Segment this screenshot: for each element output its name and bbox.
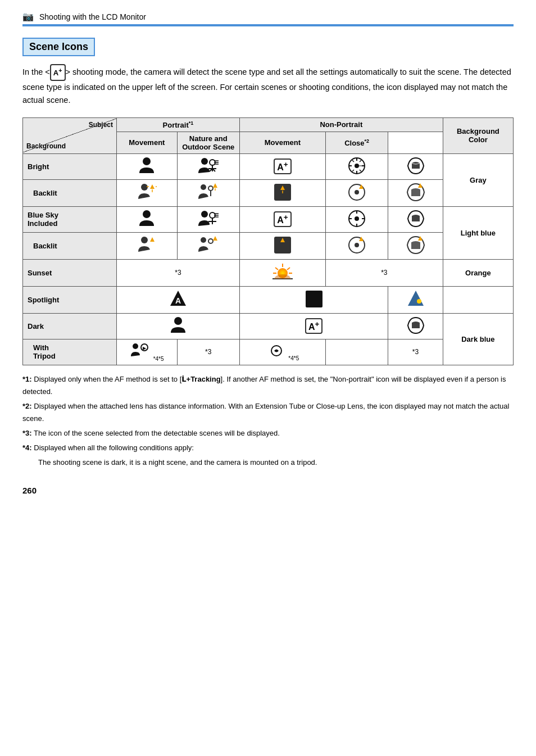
- dark-np: A+: [239, 313, 388, 339]
- bluesky-portrait-icon: [137, 209, 156, 228]
- backlit-portrait-move-icon: [197, 182, 220, 202]
- backlit-portrait-icon: [137, 182, 157, 202]
- svg-marker-29: [213, 183, 217, 188]
- intro-paragraph: In the <A+> shooting mode, the camera wi…: [22, 64, 514, 107]
- tripod-portrait-icon: ▶: [130, 342, 151, 361]
- bright-np-move: [325, 153, 388, 179]
- svg-line-18: [352, 170, 354, 171]
- tripod-np-icon: [266, 342, 287, 360]
- tripod-sup1: *4*5: [153, 356, 164, 362]
- blue-divider: [22, 24, 514, 26]
- backlit2-portrait-move: [177, 232, 239, 259]
- sunset-np-nature: [239, 259, 325, 286]
- footnote-4: *4: Displayed when all the following con…: [22, 442, 514, 454]
- backlit2-np-move: [325, 232, 388, 259]
- backlit2-np-nature: [239, 232, 325, 259]
- tripod-portrait-move: *3: [177, 339, 239, 365]
- svg-line-16: [360, 160, 361, 162]
- svg-point-11: [355, 164, 359, 168]
- tripod-np-nature: *4*5: [239, 339, 325, 365]
- tripod-portrait-still: ▶ *4*5: [117, 339, 178, 365]
- svg-point-26: [201, 184, 206, 190]
- backlit-np-nature-icon: [272, 182, 293, 202]
- dark-portrait: [117, 313, 240, 339]
- at-plus-icon: A+: [274, 159, 291, 174]
- portrait-move-icon: [197, 156, 220, 175]
- tripod-np-close: *3: [388, 339, 443, 365]
- svg-line-67: [275, 268, 278, 270]
- footnote-3: *3: The icon of the scene selected from …: [22, 427, 514, 440]
- section-title: Scene Icons: [22, 38, 95, 56]
- portrait-movement-header: Movement: [117, 132, 178, 153]
- header-bar: 📷 Shooting with the LCD Monitor: [22, 11, 514, 22]
- backlit2-np-close-icon: [406, 235, 426, 255]
- svg-point-27: [208, 186, 213, 191]
- svg-point-21: [141, 184, 148, 191]
- bluesky-np-close-icon: [406, 209, 425, 228]
- svg-line-19: [352, 160, 354, 162]
- backlit2-np-move-icon: [347, 235, 367, 255]
- table-row: WithTripod ▶ *4*5 *3 *4*5 *3: [23, 339, 514, 365]
- bluesky-bg-color: Light blue: [443, 206, 513, 259]
- bluesky-np-close: [388, 206, 443, 232]
- bluesky-portrait-still: [117, 206, 178, 232]
- table-row: Sunset *3: [23, 259, 514, 286]
- footnote-2: *2: Displayed when the attached lens has…: [22, 400, 514, 425]
- backlit1-np-move: [325, 179, 388, 206]
- spotlight-np-icon: [304, 289, 324, 309]
- camera-icon: 📷: [22, 11, 34, 22]
- svg-point-52: [141, 237, 148, 243]
- scene-icons-table: Subject Background Portrait*1 Non-Portra…: [22, 117, 514, 365]
- bluesky-np-nature: A+: [239, 206, 325, 232]
- svg-point-39: [201, 211, 208, 218]
- dark-portrait-icon: [169, 316, 188, 335]
- backlit1-portrait-move: [177, 179, 239, 206]
- dark-label: Dark: [23, 313, 117, 339]
- svg-rect-72: [306, 291, 322, 307]
- table-row: Bright: [23, 153, 514, 179]
- subject-label: Subject: [89, 121, 113, 129]
- backlit-np-move-icon: [347, 182, 367, 202]
- at-plus-dark-icon: A+: [305, 318, 322, 334]
- portrait-header: Portrait*1: [117, 117, 240, 132]
- backlit1-np-nature: [239, 179, 325, 206]
- page-number: 260: [22, 486, 514, 495]
- svg-point-1: [201, 158, 208, 165]
- close-footnote: *2: [365, 138, 370, 144]
- svg-marker-73: [408, 291, 424, 306]
- backlit2-portrait-move-icon: [197, 235, 220, 255]
- table-row: Dark A+ Dark blue: [23, 313, 514, 339]
- dark-bg-color: Dark blue: [443, 313, 513, 365]
- table-row: Spotlight A: [23, 286, 514, 313]
- header-title: Shooting with the LCD Monitor: [39, 12, 146, 21]
- sunset-icon: [271, 262, 294, 282]
- svg-point-76: [133, 343, 138, 349]
- svg-point-35: [355, 190, 359, 194]
- table-row: Backlit: [23, 179, 514, 206]
- nature-outdoor-header: Nature andOutdoor Scene: [177, 132, 239, 153]
- spotlight-bg-color: [443, 286, 513, 313]
- svg-point-74: [417, 299, 421, 304]
- svg-point-47: [355, 216, 359, 221]
- bluesky-np-move-icon: [347, 209, 366, 228]
- bright-np-close: [388, 153, 443, 179]
- bright-portrait-move: [177, 153, 239, 179]
- portrait-footnote: *1: [189, 120, 194, 126]
- np-move-icon: [347, 156, 366, 175]
- svg-text:▶: ▶: [143, 346, 147, 351]
- backlit2-portrait-icon: [137, 235, 157, 255]
- backlit1-np-close: [388, 179, 443, 206]
- table-row: Backlit: [23, 232, 514, 259]
- mode-icon: A+: [50, 64, 66, 81]
- svg-line-65: [287, 268, 290, 270]
- bright-bg-color: Gray: [443, 153, 513, 206]
- spotlight-np: [239, 286, 388, 313]
- background-label: Background: [26, 142, 66, 150]
- backlit2-portrait-still: [117, 232, 178, 259]
- bluesky-portrait-move: [177, 206, 239, 232]
- svg-point-55: [208, 239, 213, 243]
- backlit1-label: Backlit: [23, 179, 117, 206]
- tripod-label: WithTripod: [23, 339, 117, 365]
- sunset-np-close: *3: [325, 259, 443, 286]
- footnote-1: *1: Displayed only when the AF method is…: [22, 373, 514, 398]
